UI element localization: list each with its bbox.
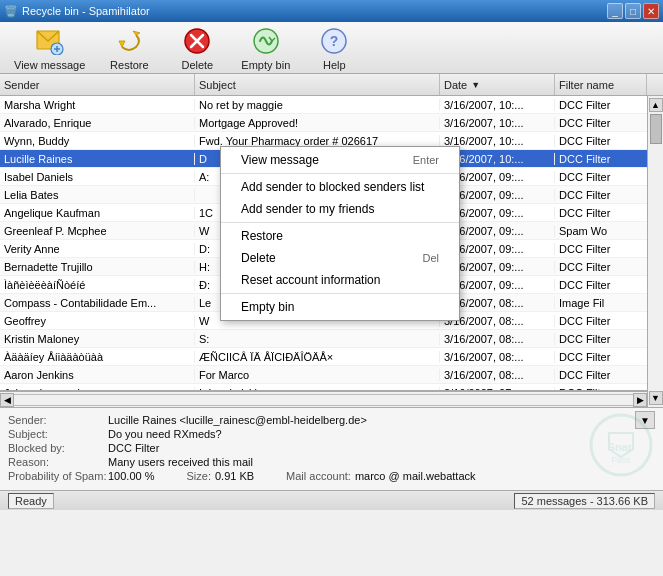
detail-sender-row: Sender: Lucille Raines <lucille_rainesc@… [8,414,655,426]
col-header-subject[interactable]: Subject [195,74,440,95]
detail-prob-label: Probability of Spam: [8,470,108,482]
email-row[interactable]: Àäàäíey ÅíiàäàòüààÆÑCIICÂ ÏÄ ÅÏCIÐÄÎÖÄÅ×… [0,348,647,366]
cell-subject: Fwd. Your Pharmacy order # 026617 [195,135,440,147]
status-ready: Ready [8,493,54,509]
view-message-button[interactable]: View message [6,21,93,75]
email-row[interactable]: Alvarado, EnriqueMortgage Approved!3/16/… [0,114,647,132]
cell-filter: DCC Filter [555,99,647,111]
cell-sender: Àäàäíey Åíiàäàòüàà [0,351,195,363]
email-row[interactable]: Marsha WrightNo ret by maggie3/16/2007, … [0,96,647,114]
cell-date: 3/16/2007, 08:... [440,369,555,381]
detail-blocked-label: Blocked by: [8,442,108,454]
titlebar-icon: 🗑️ [4,5,18,18]
cell-sender: Bernadette Trujillo [0,261,195,273]
cell-filter: DCC Filter [555,369,647,381]
detail-subject-value: Do you need RXmeds? [108,428,222,440]
cell-filter: DCC Filter [555,171,647,183]
view-message-label: View message [14,59,85,71]
cell-filter: DCC Filter [555,153,647,165]
empty-bin-icon [250,25,282,57]
cell-sender: Jolene Leonard [0,387,195,392]
column-headers: Sender Subject Date ▼ Filter name [0,74,663,96]
empty-bin-button[interactable]: Empty bin [233,21,298,75]
delete-icon [181,25,213,57]
email-row[interactable]: Kristin MaloneyS:3/16/2007, 08:...DCC Fi… [0,330,647,348]
svg-text:?: ? [330,33,339,49]
vscroll-thumb[interactable] [650,114,662,144]
titlebar: 🗑️ Recycle bin - Spamihilator _ □ ✕ [0,0,663,22]
detail-blocked-value: DCC Filter [108,442,159,454]
cell-filter: DCC Filter [555,279,647,291]
restore-label: Restore [110,59,149,71]
detail-mail-value: marco @ mail.webattack [355,470,476,482]
detail-sender-value: Lucille Raines <lucille_rainesc@embl-hei… [108,414,367,426]
ctx-view-message[interactable]: View message Enter [221,149,459,171]
maximize-button[interactable]: □ [625,3,641,19]
titlebar-title: Recycle bin - Spamihilator [22,5,150,17]
cell-filter: DCC Filter [555,117,647,129]
restore-icon [113,25,145,57]
cell-sender: Angelique Kaufman [0,207,195,219]
ctx-sep-1 [221,173,459,174]
ctx-sep-3 [221,293,459,294]
ctx-restore[interactable]: Restore [221,225,459,247]
snapfiles-logo: Snap Files [589,413,653,485]
cell-sender: Wynn, Buddy [0,135,195,147]
cell-filter: DCC Filter [555,207,647,219]
cell-filter: DCC Filter [555,189,647,201]
cell-filter: DCC Filter [555,351,647,363]
ctx-delete[interactable]: Delete Del [221,247,459,269]
hscroll-right[interactable]: ▶ [633,393,647,407]
detail-bottom-row: Probability of Spam: 100.00 % Size: 0.91… [8,470,655,482]
delete-button[interactable]: Delete [165,21,229,75]
cell-sender: Marsha Wright [0,99,195,111]
vscroll-up[interactable]: ▲ [649,98,663,112]
detail-prob-value: 100.00 % [108,470,154,482]
minimize-button[interactable]: _ [607,3,623,19]
cell-filter: DCC Filter [555,243,647,255]
cell-date: 3/16/2007, 10:... [440,99,555,111]
col-header-filter[interactable]: Filter name [555,74,647,95]
cell-sender: Kristin Maloney [0,333,195,345]
cell-sender: Lelia Bates [0,189,195,201]
cell-subject: S: [195,333,440,345]
cell-date: 3/16/2007, 10:... [440,117,555,129]
cell-sender: Greenleaf P. Mcphee [0,225,195,237]
cell-sender: Alvarado, Enrique [0,117,195,129]
empty-bin-label: Empty bin [241,59,290,71]
vscroll-down[interactable]: ▼ [649,391,663,405]
cell-filter: DCC Filter [555,387,647,392]
detail-panel: Sender: Lucille Raines <lucille_rainesc@… [0,407,663,490]
close-button[interactable]: ✕ [643,3,659,19]
cell-subject: For Marco [195,369,440,381]
ctx-reset-account[interactable]: Reset account information [221,269,459,291]
hscroll-left[interactable]: ◀ [0,393,14,407]
email-row[interactable]: Jolene LeonardI do mimicking3/16/2007, 0… [0,384,647,391]
email-row[interactable]: Aaron JenkinsFor Marco3/16/2007, 08:...D… [0,366,647,384]
cell-subject: No ret by maggie [195,99,440,111]
restore-button[interactable]: Restore [97,21,161,75]
help-button[interactable]: ? Help [302,21,366,75]
detail-reason-label: Reason: [8,456,108,468]
cell-sender: ÌàñèìèëèàíÑòéíé [0,279,195,291]
cell-filter: Image Fil [555,297,647,309]
detail-reason-row: Reason: Many users received this mail [8,456,655,468]
col-header-date[interactable]: Date ▼ [440,74,555,95]
cell-filter: DCC Filter [555,333,647,345]
cell-sender: Geoffrey [0,315,195,327]
vertical-scrollbar[interactable]: ▲ ▼ [647,96,663,407]
col-header-sender[interactable]: Sender [0,74,195,95]
detail-blocked-row: Blocked by: DCC Filter [8,442,655,454]
horizontal-scrollbar[interactable]: ◀ ▶ [0,391,647,407]
ctx-empty-bin[interactable]: Empty bin [221,296,459,318]
detail-size-value: 0.91 KB [215,470,254,482]
toolbar: View message Restore Delete [0,22,663,74]
cell-sender: Verity Anne [0,243,195,255]
cell-sender: Aaron Jenkins [0,369,195,381]
ctx-add-blocked[interactable]: Add sender to blocked senders list [221,176,459,198]
help-icon: ? [318,25,350,57]
context-menu: View message Enter Add sender to blocked… [220,146,460,321]
ctx-add-friends[interactable]: Add sender to my friends [221,198,459,220]
cell-sender: Lucille Raines [0,153,195,165]
cell-filter: Spam Wo [555,225,647,237]
